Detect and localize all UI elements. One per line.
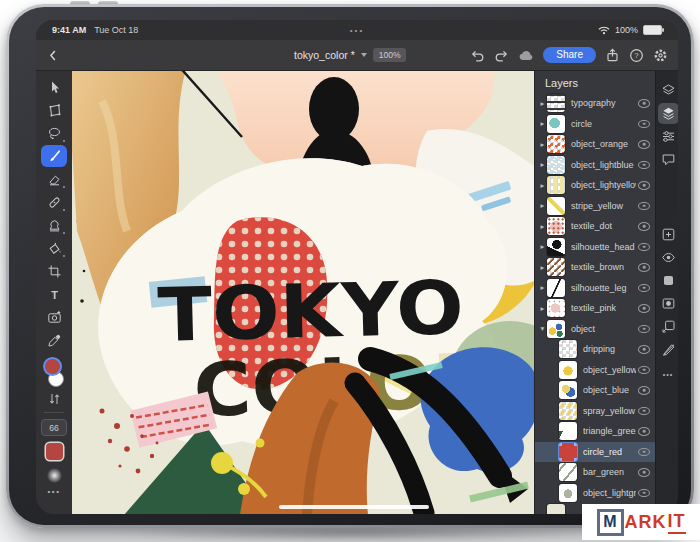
layer-visibility-eye-icon[interactable] <box>638 468 650 477</box>
clipping-mask-icon[interactable] <box>658 316 679 337</box>
layer-name[interactable]: object_lightyellow <box>571 180 636 190</box>
layer-visibility-eye-icon[interactable] <box>638 386 650 395</box>
layer-thumbnail[interactable] <box>547 504 565 514</box>
move-tool[interactable] <box>41 76 67 98</box>
layer-name[interactable]: textile_brown <box>571 262 636 272</box>
fill-color-icon[interactable] <box>658 270 679 291</box>
disclosure-arrow-icon[interactable]: ▸ <box>538 140 547 149</box>
layer-thumbnail[interactable] <box>559 463 577 481</box>
layer-thumbnail[interactable] <box>547 279 565 297</box>
swap-colors-icon[interactable] <box>49 393 60 405</box>
brush-tool[interactable] <box>41 145 67 167</box>
disclosure-arrow-icon[interactable]: ▸ <box>538 201 547 210</box>
layer-visibility-eye-icon[interactable] <box>638 407 650 416</box>
layer-name[interactable]: stripe_yellow <box>571 201 636 211</box>
comments-icon[interactable] <box>658 149 679 170</box>
disclosure-arrow-icon[interactable]: ▸ <box>538 304 547 313</box>
layer-visibility-eye-icon[interactable] <box>638 263 650 272</box>
layer-row[interactable]: ▸ typography <box>535 93 655 114</box>
layer-thumbnail[interactable] <box>559 381 577 399</box>
fill-tool[interactable] <box>41 237 67 259</box>
layer-visibility-eye-icon[interactable] <box>638 304 650 313</box>
layer-name[interactable]: dripping <box>583 344 636 354</box>
layer-thumbnail[interactable] <box>547 258 565 276</box>
disclosure-arrow-icon[interactable]: ▸ <box>538 119 547 128</box>
layer-thumbnail[interactable] <box>559 361 577 379</box>
layer-visibility-eye-icon[interactable] <box>638 120 650 129</box>
disclosure-arrow-icon[interactable]: ▸ <box>538 99 547 108</box>
layer-row[interactable]: dripping <box>535 339 655 360</box>
brush-softness-preview[interactable] <box>47 468 62 483</box>
settings-gear-icon[interactable] <box>653 48 668 63</box>
layer-thumbnail[interactable] <box>547 320 565 338</box>
layer-row[interactable]: object_blue <box>535 380 655 401</box>
layer-visibility-eye-icon[interactable] <box>638 222 650 231</box>
document-title[interactable]: tokyo_color * <box>294 49 355 61</box>
more-options-icon[interactable]: ••• <box>658 364 679 385</box>
help-button[interactable]: ? <box>629 48 644 63</box>
layer-name[interactable]: silhouette_leg <box>571 283 636 293</box>
layer-name[interactable]: object_blue <box>583 385 636 395</box>
layer-name[interactable]: silhouette_head <box>571 242 636 252</box>
layer-visibility-eye-icon[interactable] <box>638 345 650 354</box>
layer-row[interactable]: ▸ textile_dot <box>535 216 655 237</box>
layer-thumbnail[interactable] <box>547 176 565 194</box>
disclosure-arrow-icon[interactable]: ▸ <box>538 263 547 272</box>
layer-thumbnail[interactable] <box>547 197 565 215</box>
layer-row[interactable]: ▸ stripe_yellow <box>535 196 655 217</box>
canvas[interactable]: TOKYO COLOR <box>72 71 534 514</box>
disclosure-arrow-icon[interactable]: ▾ <box>538 324 547 333</box>
layer-row[interactable]: bar_green <box>535 462 655 483</box>
layer-name[interactable]: textile_dot <box>571 221 636 231</box>
zoom-level-badge[interactable]: 100% <box>373 48 407 62</box>
layer-name[interactable]: object_yellow <box>583 365 636 375</box>
layer-visibility-eye-icon[interactable] <box>638 489 650 498</box>
layer-thumbnail[interactable] <box>547 135 565 153</box>
layer-name[interactable]: object <box>571 324 636 334</box>
layer-row[interactable]: ▸ silhouette_head <box>535 237 655 258</box>
chevron-down-icon[interactable] <box>361 53 367 57</box>
layer-thumbnail[interactable] <box>547 156 565 174</box>
export-icon[interactable] <box>605 48 620 63</box>
layer-visibility-eye-icon[interactable] <box>638 366 650 375</box>
layer-row[interactable]: ▸ object_lightyellow <box>535 175 655 196</box>
layer-name[interactable]: triangle_green <box>583 426 636 436</box>
layer-row[interactable]: circle_red <box>535 442 655 463</box>
back-button[interactable] <box>46 48 60 63</box>
layer-row[interactable]: ▸ textile_brown <box>535 257 655 278</box>
layer-mask-icon[interactable] <box>658 293 679 314</box>
layer-thumbnail[interactable] <box>559 422 577 440</box>
home-indicator[interactable] <box>279 505 429 509</box>
layer-row[interactable]: ▸ silhouette_leg <box>535 278 655 299</box>
lasso-tool[interactable] <box>41 122 67 144</box>
layer-thumbnail[interactable] <box>559 340 577 358</box>
disclosure-arrow-icon[interactable]: ▸ <box>538 283 547 292</box>
layer-thumbnail[interactable] <box>547 115 565 133</box>
healing-brush-tool[interactable] <box>41 191 67 213</box>
layer-visibility-eye-icon[interactable] <box>638 99 650 108</box>
eraser-tool[interactable] <box>41 168 67 190</box>
layer-row[interactable]: object_lightgreen <box>535 483 655 504</box>
brush-color-swatch[interactable] <box>46 443 63 460</box>
layer-visibility-eye-icon[interactable] <box>638 284 650 293</box>
layer-visibility-eye-icon[interactable] <box>638 243 650 252</box>
crop-tool[interactable] <box>41 260 67 282</box>
layer-row[interactable]: ▸ circle <box>535 114 655 135</box>
layer-visibility-eye-icon[interactable] <box>638 140 650 149</box>
type-tool[interactable]: T <box>41 283 67 305</box>
layers-icon[interactable] <box>658 80 679 101</box>
merge-layers-icon[interactable] <box>658 339 679 360</box>
transform-tool[interactable] <box>41 99 67 121</box>
toolbar-more-button[interactable]: ••• <box>48 487 61 496</box>
layer-thumbnail[interactable] <box>559 484 577 502</box>
place-photo-tool[interactable] <box>41 306 67 328</box>
layer-row[interactable]: spray_yellow <box>535 401 655 422</box>
color-wells[interactable] <box>42 359 66 390</box>
add-layer-icon[interactable] <box>658 224 679 245</box>
disclosure-arrow-icon[interactable]: ▸ <box>538 181 547 190</box>
layer-name[interactable]: textile_pink <box>571 303 636 313</box>
layer-visibility-eye-icon[interactable] <box>638 427 650 436</box>
layer-row[interactable]: ▾ object <box>535 319 655 340</box>
layer-visibility-icon[interactable] <box>658 247 679 268</box>
layer-visibility-eye-icon[interactable] <box>638 448 650 457</box>
